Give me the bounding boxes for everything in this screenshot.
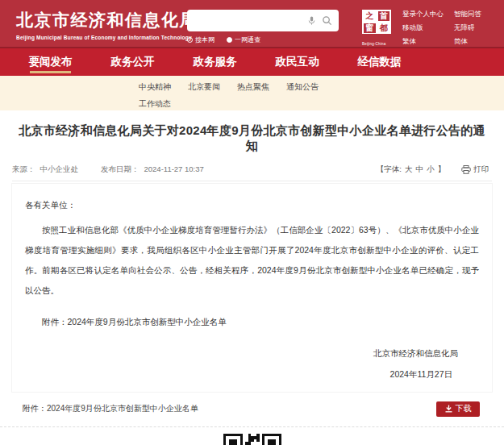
page: 北京市经济和信息化局 Beijing Municipal Bureau of E…: [0, 0, 504, 445]
qr-code: [223, 434, 281, 445]
sub-nav: 中央精神 北京要闻 热点聚焦 通知公告 工作动态: [0, 76, 504, 110]
nav-item-gov-interaction[interactable]: 政民互动: [275, 48, 319, 76]
site-brand: 北京市经济和信息化局 Beijing Municipal Bureau of E…: [16, 9, 198, 40]
font-ctl-suffix: 】: [438, 164, 446, 175]
seal-caption: Beijing-China: [362, 42, 385, 46]
attachment-reference: 附件：2024年度9月份北京市创新型中小企业名单: [25, 312, 479, 332]
site-header: 北京市经济和信息化局 Beijing Municipal Bureau of E…: [0, 0, 504, 48]
meta-divider: [12, 181, 492, 181]
main-nav: 要闻发布 政务公开 政务服务 政民互动 经信数据: [0, 48, 504, 76]
capital-window-seal-icon: 之 首 窗 都: [362, 10, 391, 34]
attachment-label: 附件：: [23, 403, 47, 414]
publish-date-value: 2024-11-27 10:37: [144, 164, 204, 175]
font-size-control: 【字体: 大 中 小 】: [377, 164, 445, 175]
nav-item-gov-disclosure[interactable]: 政务公开: [110, 48, 155, 76]
search-input[interactable]: [187, 10, 308, 31]
search-scope-site[interactable]: 搜本网: [187, 35, 215, 44]
microphone-icon[interactable]: [306, 15, 317, 26]
search-scope-label: 搜本网: [195, 35, 215, 44]
search-scope-network[interactable]: 一网通查: [227, 35, 260, 44]
search-scope-label: 一网通查: [235, 35, 260, 44]
sub-nav-row: 中央精神 北京要闻 热点聚焦 通知公告: [139, 81, 504, 93]
signature-organization: 北京市经济和信息化局: [25, 345, 458, 361]
font-size-small-button[interactable]: 小: [427, 164, 435, 175]
article: 北京市经济和信息化局关于对2024年度9月份北京市创新型中小企业名单进行公告的通…: [0, 123, 504, 445]
link-login-personal-center[interactable]: 登录个人中心: [402, 10, 444, 19]
qr-section: [0, 426, 504, 445]
publish-date-label: 发布日期：: [101, 164, 140, 175]
download-label: 下载: [456, 403, 472, 414]
article-title: 北京市经济和信息化局关于对2024年度9月份北京市创新型中小企业名单进行公告的通…: [18, 123, 486, 154]
subnav-item-beijing-news[interactable]: 北京要闻: [188, 81, 220, 93]
body-paragraph: 按照工业和信息化部《优质中小企业梯度培育管理暂行办法》（工信部企业〔2022〕6…: [25, 220, 479, 301]
quick-links-col-2: 智能问答 无障碍 简体: [454, 10, 481, 48]
attachment-file-link[interactable]: 2024年度9月份北京市创新型中小企业名单: [47, 403, 198, 414]
radio-icon: [187, 37, 193, 43]
nav-item-news-release[interactable]: 要闻发布: [28, 48, 73, 76]
site-title: 北京市经济和信息化局: [16, 9, 198, 31]
search-box: [187, 10, 339, 31]
font-size-large-button[interactable]: 大: [405, 164, 413, 175]
site-subtitle: Beijing Municipal Bureau of Economy and …: [16, 35, 198, 40]
site-search: 搜本网 一网通查: [187, 10, 339, 44]
printer-icon: [461, 165, 471, 174]
source-value: 中小企业处: [40, 164, 79, 175]
article-meta-left: 来源： 中小企业处 发布日期： 2024-11-27 10:37: [12, 164, 204, 175]
header-utilities: 之 首 窗 都 Beijing-China 登录个人中心 移动版 繁体 智能问答…: [362, 10, 481, 48]
subnav-item-work-updates[interactable]: 工作动态: [139, 98, 171, 110]
article-meta-right: 【字体: 大 中 小 】 打印: [377, 164, 489, 175]
seal-char: 都: [377, 23, 391, 34]
font-size-medium-button[interactable]: 中: [416, 164, 424, 175]
radio-filled-icon: [227, 37, 232, 43]
link-accessibility[interactable]: 无障碍: [454, 23, 481, 33]
source-label: 来源：: [12, 164, 35, 175]
article-meta: 来源： 中小企业处 发布日期： 2024-11-27 10:37 【字体: 大 …: [12, 163, 492, 176]
link-simplified-chinese[interactable]: 简体: [454, 37, 481, 47]
font-ctl-prefix: 【字体:: [377, 164, 402, 175]
quick-links-col-1: 登录个人中心 移动版 繁体: [402, 10, 444, 48]
subnav-item-central-spirit[interactable]: 中央精神: [139, 81, 171, 93]
seal-char: 窗: [363, 23, 377, 34]
download-button[interactable]: 下载: [436, 401, 480, 417]
search-icon[interactable]: [322, 15, 332, 26]
print-button[interactable]: 打印: [461, 164, 489, 175]
print-label: 打印: [473, 164, 489, 175]
link-mobile-version[interactable]: 移动版: [402, 23, 444, 33]
seal-char: 之: [363, 10, 377, 22]
capital-window-logo[interactable]: 之 首 窗 都 Beijing-China: [362, 10, 392, 48]
search-scope-group: 搜本网 一网通查: [187, 35, 339, 44]
link-smart-qa[interactable]: 智能问答: [454, 10, 481, 19]
sub-nav-row: 工作动态: [139, 98, 504, 110]
subnav-item-hot-focus[interactable]: 热点聚焦: [237, 81, 269, 93]
salutation: 各有关单位：: [25, 195, 479, 215]
nav-item-gov-services[interactable]: 政务服务: [193, 48, 237, 76]
download-icon: [445, 405, 452, 413]
nav-item-economic-data[interactable]: 经信数据: [357, 48, 402, 76]
spacer: [83, 164, 96, 175]
attachment-bar: 附件： 2024年度9月份北京市创新型中小企业名单 下载: [11, 401, 493, 417]
link-traditional-chinese[interactable]: 繁体: [402, 37, 444, 47]
seal-char: 首: [377, 10, 391, 22]
subnav-item-notices[interactable]: 通知公告: [286, 81, 319, 93]
signature-date: 2024年11月27日: [25, 366, 452, 382]
article-body: 各有关单位： 按照工业和信息化部《优质中小企业梯度培育管理暂行办法》（工信部企业…: [11, 183, 493, 393]
